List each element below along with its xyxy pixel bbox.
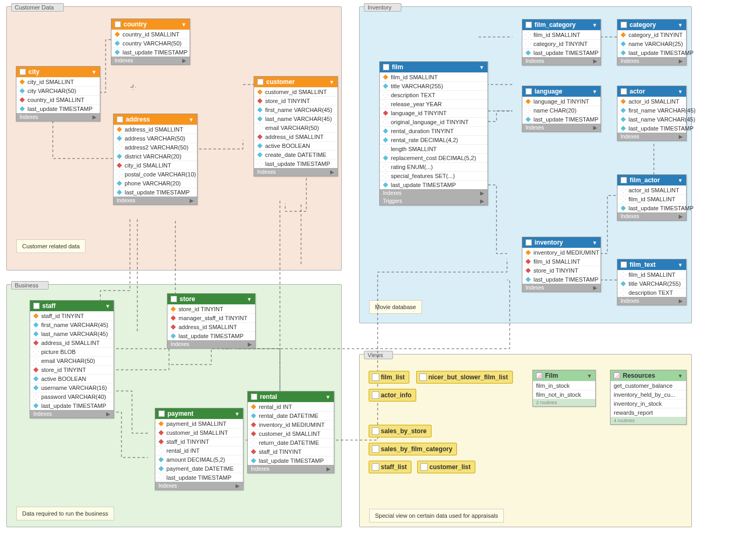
table-actor[interactable]: actor▼ actor_id SMALLINTfirst_name VARCH… xyxy=(617,86,687,141)
column-row: film_in_stock xyxy=(533,381,595,390)
region-label: Views xyxy=(364,351,393,359)
indexes-footer[interactable]: Indexes▶ xyxy=(617,133,686,141)
column-row: inventory_id MEDIUMINT xyxy=(248,420,334,429)
column-label: rental_date DATETIME xyxy=(259,413,318,419)
pk-icon xyxy=(526,250,531,255)
table-store[interactable]: store▼ store_id TINYINTmanager_staff_id … xyxy=(167,293,256,349)
column-label: length SMALLINT xyxy=(391,146,437,152)
view-staff-list[interactable]: staff_list xyxy=(369,461,411,473)
table-city[interactable]: city▼ city_id SMALLINTcity VARCHAR(50)co… xyxy=(16,66,100,122)
table-title: address xyxy=(126,116,150,123)
routines-footer: 2 routines xyxy=(533,399,595,406)
indexes-footer[interactable]: Indexes▶ xyxy=(155,482,243,490)
table-title: payment xyxy=(167,410,193,417)
indexes-footer[interactable]: Indexes▶ xyxy=(111,57,190,64)
indexes-footer[interactable]: Indexes▶ xyxy=(30,410,114,418)
column-row: store_id TINYINT xyxy=(30,365,114,374)
column-label: film_id SMALLINT xyxy=(629,196,676,202)
idx-icon xyxy=(158,457,164,462)
column-label: username VARCHAR(16) xyxy=(41,385,107,391)
view-nicer[interactable]: nicer_but_slower_film_list xyxy=(416,371,513,384)
fk-icon xyxy=(171,324,176,330)
indexes-footer[interactable]: Indexes▶ xyxy=(114,197,197,204)
column-label: category_id TINYINT xyxy=(533,41,588,47)
indexes-footer[interactable]: Indexes▶ xyxy=(617,57,686,65)
region-note: Data required to run the business xyxy=(16,507,114,520)
column-label: rewards_report xyxy=(614,409,653,416)
pk-icon xyxy=(171,306,176,312)
fk-icon xyxy=(251,431,256,436)
routines-resources[interactable]: Resources▼ get_customer_balanceinventory… xyxy=(610,370,687,425)
view-film-list[interactable]: film_list xyxy=(369,371,409,384)
view-actor-info[interactable]: actor_info xyxy=(369,389,416,402)
column-row: film_id SMALLINT xyxy=(617,194,686,203)
column-row: language_id TINYINT xyxy=(522,97,601,106)
routines-film[interactable]: Film▼ film_in_stockfilm_not_in_stock 2 r… xyxy=(532,370,596,407)
column-label: name VARCHAR(25) xyxy=(629,41,683,47)
indexes-footer[interactable]: Indexes▶ xyxy=(522,124,601,132)
view-customer-list[interactable]: customer_list xyxy=(417,461,475,473)
column-row: postal_code VARCHAR(10) xyxy=(114,170,197,179)
indexes-footer[interactable]: Indexes▶ xyxy=(254,168,338,176)
chevron-down-icon: ▼ xyxy=(678,22,683,28)
table-title: Resources xyxy=(623,372,655,379)
fk-icon xyxy=(257,98,262,104)
indexes-footer[interactable]: Indexes▶ xyxy=(248,465,334,473)
table-title: rental xyxy=(260,393,277,400)
column-row: category_id TINYINT xyxy=(522,39,601,48)
view-sales-cat[interactable]: sales_by_film_category xyxy=(369,443,457,455)
column-label: actor_id SMALLINT xyxy=(629,187,679,193)
indexes-footer[interactable]: Indexes▶ xyxy=(522,57,601,65)
column-row: name VARCHAR(25) xyxy=(617,39,686,48)
column-label: last_update TIMESTAMP xyxy=(265,161,330,167)
table-country[interactable]: country▼ country_id SMALLINTcountry VARC… xyxy=(111,18,190,65)
chevron-down-icon: ▼ xyxy=(105,303,110,309)
view-sales-store[interactable]: sales_by_store xyxy=(369,425,432,437)
idx-icon xyxy=(115,50,120,55)
table-language[interactable]: language▼ language_id TINYINTname CHAR(2… xyxy=(522,86,601,132)
column-row: inventory_in_stock xyxy=(611,399,686,408)
table-film[interactable]: film▼ film_id SMALLINTtitle VARCHAR(255)… xyxy=(379,61,488,206)
table-film-actor[interactable]: film_actor▼ actor_id SMALLINTfilm_id SMA… xyxy=(617,174,687,221)
indexes-footer[interactable]: Indexes▶ xyxy=(617,212,686,220)
att-icon xyxy=(621,272,626,277)
column-label: manager_staff_id TINYINT xyxy=(179,315,247,321)
table-rental[interactable]: rental▼ rental_id INTrental_date DATETIM… xyxy=(247,391,334,473)
table-film-category[interactable]: film_category▼ film_id SMALLINTcategory_… xyxy=(522,19,601,66)
idx-icon xyxy=(257,143,262,148)
column-label: last_update TIMESTAMP xyxy=(629,205,693,211)
indexes-footer[interactable]: Indexes▶ xyxy=(16,113,100,121)
column-row: language_id TINYINT xyxy=(380,108,487,117)
table-title: store xyxy=(180,295,195,303)
column-row: payment_id SMALLINT xyxy=(155,419,243,428)
triggers-footer[interactable]: Triggers▶ xyxy=(380,197,487,205)
column-row: first_name VARCHAR(45) xyxy=(30,320,114,329)
region-label: Business xyxy=(11,281,49,290)
column-label: country_id SMALLINT xyxy=(123,31,180,38)
table-address[interactable]: address▼ address_id SMALLINTaddress VARC… xyxy=(113,114,198,205)
column-label: district VARCHAR(20) xyxy=(125,153,181,160)
idx-icon xyxy=(383,128,388,134)
column-row: actor_id SMALLINT xyxy=(617,97,686,106)
column-label: address_id SMALLINT xyxy=(265,134,324,140)
table-film-text[interactable]: film_text▼ film_id SMALLINTtitle VARCHAR… xyxy=(617,259,687,305)
table-payment[interactable]: payment▼ payment_id SMALLINTcustomer_id … xyxy=(155,408,243,490)
table-inventory[interactable]: inventory▼ inventory_id MEDIUMINTfilm_id… xyxy=(522,237,601,292)
column-row: film_id SMALLINT xyxy=(522,257,601,266)
indexes-footer[interactable]: Indexes▶ xyxy=(617,297,686,305)
att-icon xyxy=(383,92,388,98)
indexes-footer[interactable]: Indexes▶ xyxy=(380,189,487,197)
table-category[interactable]: category▼ category_id TINYINTname VARCHA… xyxy=(617,19,687,66)
table-customer[interactable]: customer▼ customer_id SMALLINTstore_id T… xyxy=(254,76,338,176)
indexes-footer[interactable]: Indexes▶ xyxy=(522,284,601,292)
column-row: country VARCHAR(50) xyxy=(111,39,190,48)
column-row: last_update TIMESTAMP xyxy=(617,124,686,133)
fk-icon xyxy=(33,340,39,346)
column-row: last_update TIMESTAMP xyxy=(30,401,114,410)
table-staff[interactable]: staff▼ staff_id TINYINTfirst_name VARCHA… xyxy=(30,300,114,418)
column-label: last_update TIMESTAMP xyxy=(533,116,598,123)
table-icon xyxy=(526,239,532,246)
column-row: last_update TIMESTAMP xyxy=(380,180,487,189)
pk-icon xyxy=(257,89,262,95)
indexes-footer[interactable]: Indexes▶ xyxy=(167,340,255,348)
